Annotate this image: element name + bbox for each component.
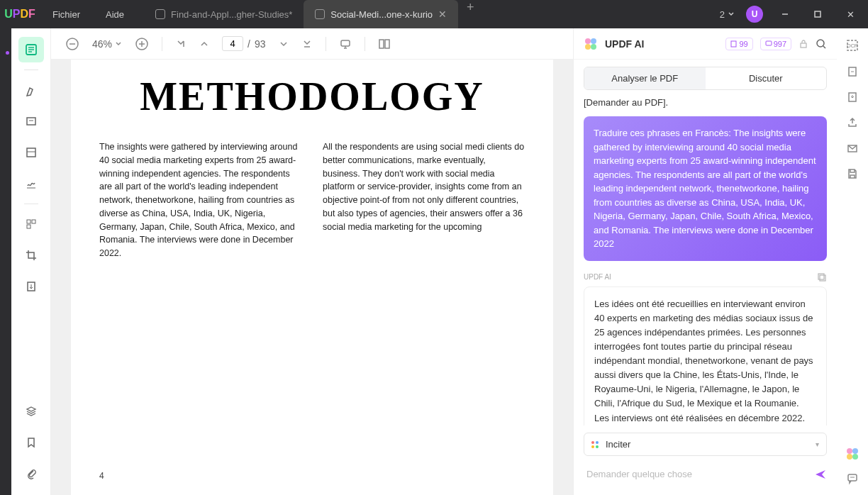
send-button[interactable] <box>814 468 827 481</box>
next-page-button[interactable] <box>279 39 289 49</box>
left-rail <box>11 28 51 495</box>
svg-rect-27 <box>731 41 736 47</box>
svg-point-42 <box>847 454 852 460</box>
user-message: Traduire ces phrases en Francès: The ins… <box>584 116 827 261</box>
svg-rect-33 <box>818 274 824 279</box>
form-tool[interactable] <box>18 140 44 165</box>
minimize-button[interactable] <box>774 4 796 25</box>
svg-line-31 <box>823 46 825 48</box>
chat-input[interactable] <box>584 463 807 485</box>
prompt-suggest[interactable]: Inciter ▾ <box>584 433 827 456</box>
svg-rect-28 <box>766 41 772 45</box>
dots-icon <box>591 441 599 448</box>
chat-scroll[interactable]: [Demander au PDF]. Traduire ces phrases … <box>574 97 837 426</box>
highlight-tool[interactable] <box>18 77 44 103</box>
compress-tool[interactable] <box>18 274 44 299</box>
separator <box>162 37 162 51</box>
close-button[interactable]: ✕ <box>840 4 861 25</box>
chevron-down-icon <box>728 11 735 18</box>
page-heading: METHODOLOGY <box>99 74 525 119</box>
suggest-label: Inciter <box>606 439 630 450</box>
svg-rect-1 <box>815 11 820 17</box>
view-mode-button[interactable] <box>378 38 391 50</box>
convert-button[interactable] <box>846 91 859 104</box>
comments-button[interactable] <box>846 472 859 485</box>
attachment-button[interactable] <box>18 461 44 486</box>
menu-help[interactable]: Aide <box>93 9 137 20</box>
zoom-in-button[interactable] <box>135 37 149 51</box>
add-tab-button[interactable]: + <box>458 0 483 28</box>
separator <box>24 69 38 70</box>
current-page-field[interactable] <box>222 36 243 51</box>
close-icon[interactable]: ✕ <box>438 9 447 20</box>
svg-point-24 <box>591 38 596 44</box>
export-button[interactable] <box>846 65 859 78</box>
sign-tool[interactable] <box>18 171 44 196</box>
document-viewport[interactable]: METHODOLOGY The insights were gathered b… <box>51 60 573 495</box>
ai-panel: UPDF AI 99 997 Analyser le PDF Discuter … <box>573 28 837 495</box>
ocr-button[interactable]: OCR <box>845 38 859 52</box>
tab-active[interactable]: Social-Medi...one-x-kurio ✕ <box>304 0 458 28</box>
notification-count[interactable]: 2 <box>720 9 735 20</box>
total-pages: 93 <box>255 38 266 50</box>
bookmark-button[interactable] <box>18 430 44 455</box>
titlebar: UPDF Fichier Aide Find-and-Appl...gher-S… <box>0 0 868 28</box>
search-icon[interactable] <box>816 38 827 50</box>
mode-segment: Analyser le PDF Discuter <box>584 67 827 90</box>
content-area: 46% / 93 METHODOLOGY The insights were g… <box>51 28 573 495</box>
menu-file[interactable]: Fichier <box>40 9 93 20</box>
reader-mode-button[interactable] <box>18 37 44 62</box>
credits-badge: 99 <box>725 38 752 50</box>
annotate-tool[interactable] <box>18 109 44 134</box>
system-note: [Demander au PDF]. <box>584 97 827 108</box>
copy-button[interactable] <box>817 272 827 282</box>
zoom-out-button[interactable] <box>65 37 79 51</box>
svg-point-26 <box>591 44 596 50</box>
tab-inactive[interactable]: Find-and-Appl...gher-Studies* <box>144 0 304 28</box>
notif-number: 2 <box>720 9 725 20</box>
separator <box>24 204 38 204</box>
avatar[interactable]: U <box>746 6 763 23</box>
page-sep: / <box>247 38 250 50</box>
svg-text:OCR: OCR <box>847 43 858 48</box>
svg-rect-29 <box>801 43 806 48</box>
presentation-button[interactable] <box>339 38 352 50</box>
ai-toggle-button[interactable] <box>845 447 859 461</box>
maximize-button[interactable] <box>807 4 828 25</box>
prev-page-button[interactable] <box>199 39 209 49</box>
share-button[interactable] <box>846 116 859 129</box>
first-page-button[interactable] <box>175 38 187 50</box>
ai-response-label: UPDF AI <box>584 272 827 282</box>
tab-chat[interactable]: Discuter <box>706 67 827 89</box>
separator <box>326 37 326 51</box>
separator <box>365 37 365 51</box>
ai-message: Les idées ont été recueillies en intervi… <box>584 287 827 426</box>
svg-rect-6 <box>27 118 35 125</box>
ai-title: UPDF AI <box>605 38 718 50</box>
layers-button[interactable] <box>18 399 44 424</box>
doc-icon <box>730 40 738 48</box>
svg-rect-8 <box>27 148 35 157</box>
svg-rect-20 <box>341 40 350 46</box>
crop-tool[interactable] <box>18 243 44 268</box>
svg-point-40 <box>847 448 852 454</box>
svg-rect-13 <box>27 225 30 228</box>
zoom-level[interactable]: 46% <box>92 38 122 50</box>
svg-rect-32 <box>820 275 825 281</box>
tab-analyze-pdf[interactable]: Analyser le PDF <box>584 67 706 89</box>
tab-label: Find-and-Appl...gher-Studies* <box>171 9 292 20</box>
organize-tool[interactable] <box>18 211 44 237</box>
column-2: All the respondents are using social med… <box>323 140 525 260</box>
svg-rect-12 <box>32 220 35 223</box>
save-button[interactable] <box>846 167 859 180</box>
email-button[interactable] <box>846 142 859 155</box>
svg-rect-21 <box>379 40 384 48</box>
last-page-button[interactable] <box>301 38 313 50</box>
chat-icon <box>765 40 772 48</box>
ai-header: UPDF AI 99 997 <box>574 28 837 60</box>
lock-icon[interactable] <box>799 39 808 49</box>
chevron-down-icon: ▾ <box>816 440 819 448</box>
titlebar-right: 2 U ✕ <box>720 4 868 25</box>
doc-toolbar: 46% / 93 <box>51 28 573 60</box>
right-rail: OCR <box>837 28 868 495</box>
